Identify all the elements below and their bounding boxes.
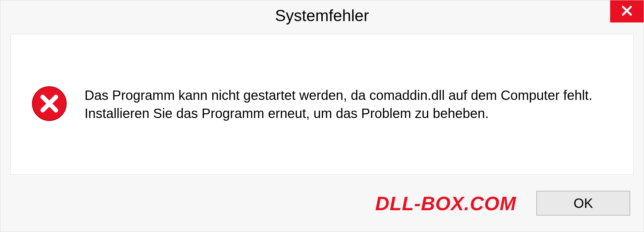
watermark-text: DLL-BOX.COM bbox=[375, 192, 516, 215]
error-icon bbox=[31, 85, 68, 123]
message-panel: Das Programm kann nicht gestartet werden… bbox=[10, 34, 634, 175]
close-icon bbox=[620, 4, 634, 19]
dialog-footer: DLL-BOX.COM OK bbox=[0, 185, 644, 232]
ok-button[interactable]: OK bbox=[536, 191, 630, 216]
titlebar: Systemfehler bbox=[0, 0, 644, 31]
error-dialog: Systemfehler Das Programm kann nicht ges… bbox=[0, 0, 644, 232]
close-button[interactable] bbox=[610, 0, 644, 22]
error-message: Das Programm kann nicht gestartet werden… bbox=[85, 86, 613, 122]
dialog-title: Systemfehler bbox=[275, 6, 369, 25]
ok-button-label: OK bbox=[574, 196, 593, 211]
